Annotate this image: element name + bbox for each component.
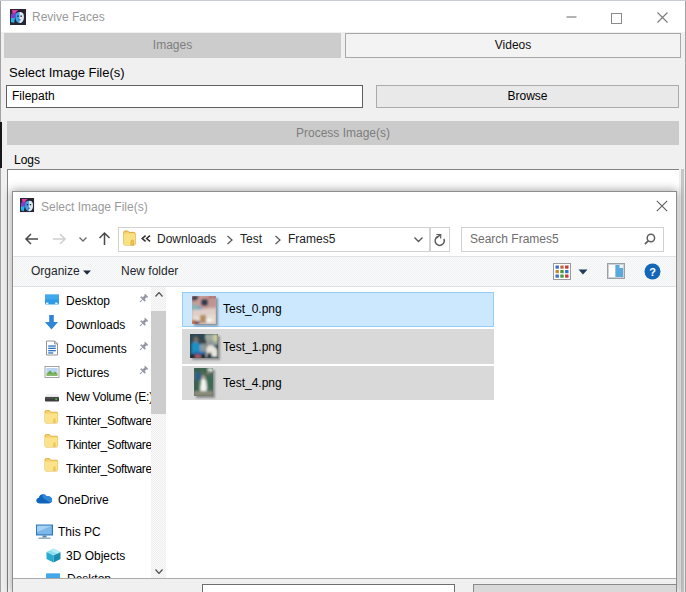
svg-text:?: ? <box>649 266 656 278</box>
